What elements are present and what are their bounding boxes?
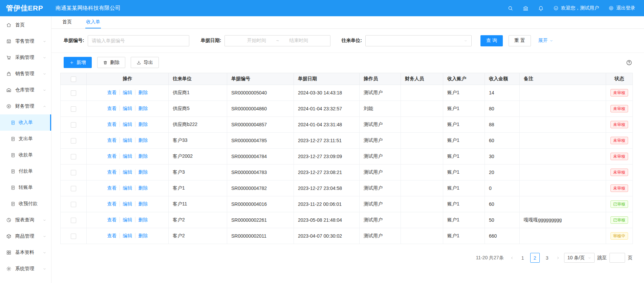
row-action-edit[interactable]: 编辑 — [120, 169, 132, 175]
row-action-edit[interactable]: 编辑 — [120, 233, 132, 238]
row-action-delete[interactable]: 删除 — [135, 153, 148, 159]
row-action-delete[interactable]: 删除 — [135, 137, 148, 143]
sidebar-item-sales[interactable]: 销售管理 — [0, 66, 51, 82]
page-number-1[interactable]: 1 — [518, 253, 528, 263]
row-action-delete[interactable]: 删除 — [135, 201, 148, 206]
status-badge: 未审核 — [610, 89, 628, 96]
search-button[interactable]: 查 询 — [480, 35, 503, 46]
plus-icon — [69, 60, 74, 65]
cell-bill_no: SR00000004860 — [227, 101, 294, 117]
cell-bill_no: SR00000004016 — [227, 196, 294, 212]
sidebar-subitem-payment-bill[interactable]: 付款单 — [0, 163, 51, 179]
cell-finance — [401, 101, 443, 117]
row-action-view[interactable]: 查看 — [107, 185, 117, 191]
row-action-delete[interactable]: 删除 — [135, 233, 148, 238]
row-action-view[interactable]: 查看 — [107, 137, 117, 143]
row-action-edit[interactable]: 编辑 — [120, 185, 132, 191]
row-checkbox[interactable] — [71, 186, 76, 191]
welcome-user[interactable]: 欢迎您，测试用户 — [553, 5, 599, 11]
row-action-view[interactable]: 查看 — [107, 233, 117, 238]
row-action-edit[interactable]: 编辑 — [120, 217, 132, 222]
sidebar-item-label: 首页 — [15, 22, 46, 28]
row-checkbox[interactable] — [71, 106, 76, 112]
row-checkbox[interactable] — [71, 170, 76, 175]
cell-actions: 查看编辑删除 — [87, 133, 169, 149]
row-action-delete[interactable]: 删除 — [135, 122, 148, 127]
row-action-view[interactable]: 查看 — [107, 217, 117, 222]
tab-income-bill[interactable]: 收入单 — [85, 16, 101, 28]
sidebar-item-basic[interactable]: 基本资料 — [0, 244, 51, 261]
cell-unit: 客户3 — [169, 165, 227, 180]
row-action-edit[interactable]: 编辑 — [120, 201, 132, 206]
page-number-3[interactable]: 3 — [542, 253, 552, 263]
row-action-delete[interactable]: 删除 — [135, 217, 148, 222]
tab-home[interactable]: 首页 — [62, 16, 72, 28]
row-action-delete[interactable]: 删除 — [135, 169, 148, 175]
sidebar-subitem-transfer-bill[interactable]: 转账单 — [0, 179, 51, 196]
document-icon — [10, 136, 16, 142]
row-action-edit[interactable]: 编辑 — [120, 122, 132, 127]
date-label: 单据日期: — [201, 38, 221, 44]
row-action-view[interactable]: 查看 — [107, 153, 117, 159]
sidebar-subitem-receipt-bill[interactable]: 收款单 — [0, 147, 51, 163]
sidebar-item-warehouse[interactable]: 仓库管理 — [0, 82, 51, 98]
cell-date: 2023-12-27 23:09:09 — [294, 149, 360, 165]
cell-bill_no: SR00000002011 — [227, 228, 294, 244]
sidebar-item-retail[interactable]: 零售管理 — [0, 33, 51, 49]
date-range-picker[interactable]: 开始时间 ~ 结束时间 — [224, 35, 330, 46]
delete-button-label: 删除 — [110, 60, 120, 66]
row-action-view[interactable]: 查看 — [107, 201, 117, 206]
sidebar-subitem-income-bill[interactable]: 收入单 — [0, 114, 51, 131]
row-action-view[interactable]: 查看 — [107, 90, 117, 95]
cell-select — [61, 180, 87, 196]
sidebar-item-finance[interactable]: 财务管理 — [0, 98, 51, 114]
row-action-delete[interactable]: 删除 — [135, 90, 148, 95]
notification-bell-icon[interactable] — [538, 5, 544, 11]
search-icon[interactable] — [508, 5, 513, 11]
sidebar-item-home[interactable]: 首页 — [0, 17, 51, 33]
delete-button[interactable]: 删除 — [97, 57, 125, 68]
page-numbers: 123 — [518, 253, 552, 263]
row-action-delete[interactable]: 删除 — [135, 185, 148, 191]
row-action-view[interactable]: 查看 — [107, 122, 117, 127]
row-action-edit[interactable]: 编辑 — [120, 137, 132, 143]
logout-button[interactable]: 退出登录 — [608, 5, 635, 11]
sidebar-subitem-advance-receipt[interactable]: 收预付款 — [0, 196, 51, 212]
row-checkbox[interactable] — [71, 138, 76, 144]
jump-page-input[interactable] — [609, 253, 625, 263]
cell-actions: 查看编辑删除 — [87, 117, 169, 133]
row-checkbox[interactable] — [71, 122, 76, 128]
sidebar-item-purchase[interactable]: 采购管理 — [0, 49, 51, 66]
export-button[interactable]: 导出 — [131, 57, 159, 68]
sidebar-item-system[interactable]: 系统管理 — [0, 261, 51, 277]
unit-select[interactable] — [365, 35, 472, 46]
row-action-edit[interactable]: 编辑 — [120, 153, 132, 159]
row-checkbox[interactable] — [71, 154, 76, 159]
help-icon[interactable] — [626, 59, 632, 66]
reset-button[interactable]: 重 置 — [509, 35, 531, 46]
cell-finance — [401, 212, 443, 228]
prev-page-button[interactable] — [509, 256, 515, 260]
row-action-view[interactable]: 查看 — [107, 106, 117, 111]
sidebar-item-report[interactable]: 报表查询 — [0, 212, 51, 228]
topbar-actions: 欢迎您，测试用户 退出登录 — [508, 5, 635, 11]
row-action-edit[interactable]: 编辑 — [120, 106, 132, 111]
row-checkbox[interactable] — [71, 202, 76, 207]
row-action-edit[interactable]: 编辑 — [120, 90, 132, 95]
sidebar-item-goods[interactable]: 商品管理 — [0, 228, 51, 244]
page-size-select[interactable]: 10 条/页 — [564, 253, 595, 263]
row-checkbox[interactable] — [71, 218, 76, 223]
select-all-checkbox[interactable] — [71, 77, 76, 82]
cell-operator: 测试用户 — [360, 133, 401, 149]
page-number-2[interactable]: 2 — [530, 253, 540, 263]
add-button[interactable]: 新增 — [64, 57, 92, 68]
home-nav-icon[interactable] — [523, 5, 529, 11]
row-action-delete[interactable]: 删除 — [135, 106, 148, 111]
expand-filters-link[interactable]: 展开 — [538, 38, 553, 44]
row-action-view[interactable]: 查看 — [107, 169, 117, 175]
row-checkbox[interactable] — [71, 234, 76, 239]
sidebar-subitem-expense-bill[interactable]: 支出单 — [0, 131, 51, 147]
next-page-button[interactable] — [555, 256, 561, 260]
bill-no-input[interactable] — [88, 35, 189, 46]
row-checkbox[interactable] — [71, 90, 76, 96]
